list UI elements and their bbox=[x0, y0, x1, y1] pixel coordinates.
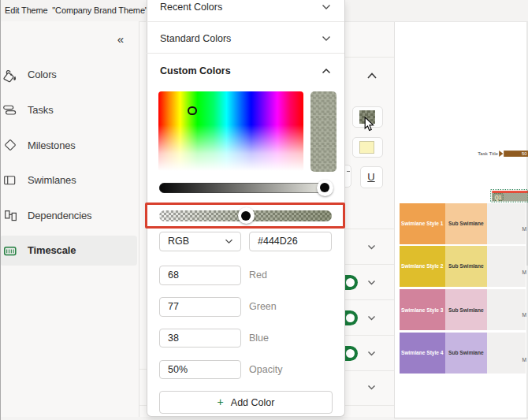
svg-text:50: 50 bbox=[522, 152, 526, 157]
svg-text:Q1: Q1 bbox=[495, 194, 502, 200]
